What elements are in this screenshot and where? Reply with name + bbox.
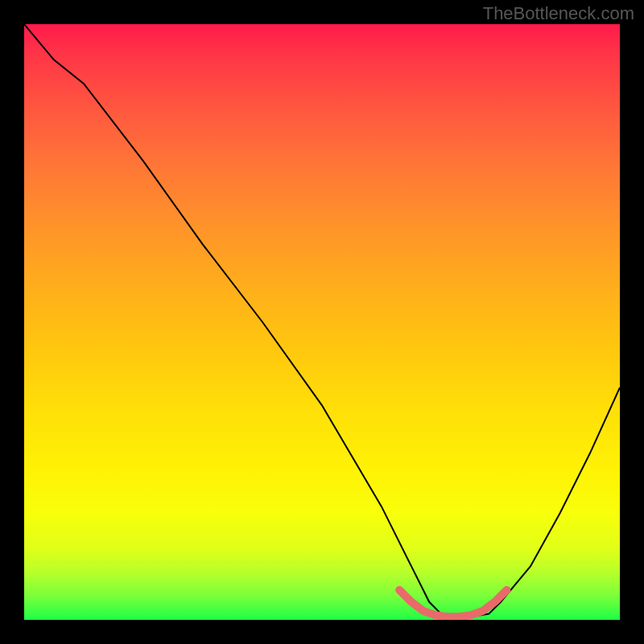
watermark-text: TheBottleneck.com (483, 3, 634, 24)
bottleneck-curve-line (24, 24, 620, 617)
chart-svg (24, 24, 620, 620)
